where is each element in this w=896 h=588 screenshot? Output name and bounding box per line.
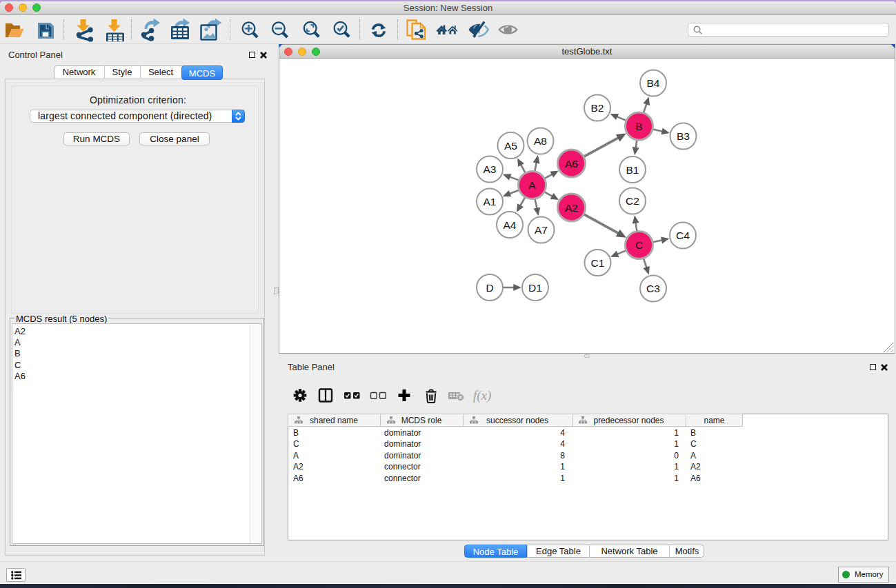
svg-text:C: C xyxy=(635,239,643,251)
svg-text:A2: A2 xyxy=(565,202,578,214)
svg-text:C3: C3 xyxy=(646,283,660,294)
svg-text:A8: A8 xyxy=(534,135,547,147)
svg-text:f(x): f(x) xyxy=(473,388,491,403)
svg-text:A: A xyxy=(528,179,536,191)
svg-text:B2: B2 xyxy=(591,102,604,114)
svg-text:C1: C1 xyxy=(591,257,605,269)
svg-text:D1: D1 xyxy=(528,282,542,294)
svg-text:B4: B4 xyxy=(647,77,660,89)
svg-text:B1: B1 xyxy=(626,164,639,176)
svg-text:A6: A6 xyxy=(565,158,578,170)
svg-text:C2: C2 xyxy=(626,195,639,207)
svg-text:A5: A5 xyxy=(504,140,517,152)
svg-text:A1: A1 xyxy=(484,196,497,207)
svg-text:A4: A4 xyxy=(504,219,517,231)
svg-text:A3: A3 xyxy=(484,163,497,175)
svg-text:B: B xyxy=(635,121,642,132)
svg-text:D: D xyxy=(486,282,493,294)
svg-text:B3: B3 xyxy=(677,130,690,142)
svg-text:A7: A7 xyxy=(535,224,548,236)
svg-text:C4: C4 xyxy=(676,230,690,241)
